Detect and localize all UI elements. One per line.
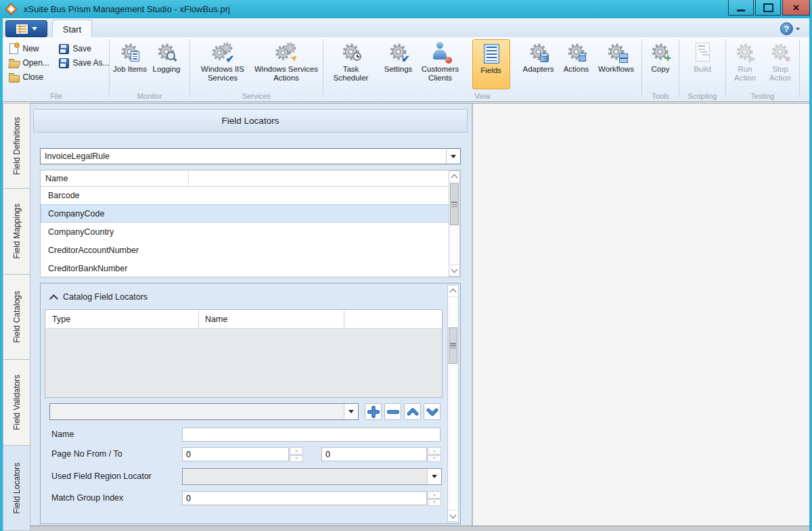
detail-panel-scrollbar[interactable] [447, 285, 459, 522]
match-group-input[interactable] [182, 491, 427, 505]
save-as-button[interactable]: Save As... [58, 55, 109, 70]
logging-button[interactable]: Logging [147, 39, 186, 87]
application-menu-button[interactable] [5, 20, 47, 37]
new-label: New [22, 44, 39, 53]
form-row-match-group: Match Group Index [41, 491, 460, 507]
open-button[interactable]: Open... [8, 55, 55, 70]
step-up-icon[interactable] [290, 447, 303, 455]
adapters-icon [526, 41, 551, 64]
step-down-icon[interactable] [428, 499, 441, 507]
collapse-chevron-up-icon[interactable] [49, 294, 58, 303]
scroll-up-button[interactable] [448, 285, 458, 297]
tab-start[interactable]: Start [52, 20, 92, 38]
sidebar-item-field-mappings[interactable]: Field Mappings [3, 188, 30, 274]
copy-button[interactable]: + Copy [645, 39, 676, 87]
remove-button[interactable] [384, 403, 401, 420]
list-item[interactable]: Barcode [41, 186, 449, 204]
empty-workspace-area [473, 103, 809, 526]
group-label-tools: Tools [643, 92, 678, 100]
list-item-selected[interactable]: CompanyCode [41, 204, 449, 223]
app-grid-icon [16, 24, 28, 34]
name-input[interactable] [182, 428, 441, 442]
list-item[interactable]: CompanyCountry [41, 223, 449, 241]
adapters-button[interactable]: Adapters [518, 39, 560, 87]
actions-button[interactable]: Actions [560, 39, 593, 87]
catalog-table-header[interactable]: Type Name [45, 310, 442, 329]
close-button[interactable]: ✕ [782, 0, 810, 16]
window-border-bottom [30, 526, 809, 531]
list-item[interactable]: CreditorBankNumber [41, 259, 449, 277]
sidebar-item-field-catalogs[interactable]: Field Catalogs [3, 274, 30, 360]
customers-clients-button[interactable]: Customers Clients [418, 39, 464, 87]
chevron-down-icon [32, 27, 37, 30]
ribbon-group-testing: ▶ Run Action ■ Stop Action Testing [727, 37, 798, 101]
minus-icon [387, 406, 399, 418]
workflows-button[interactable]: Workflows [593, 39, 639, 87]
move-down-button[interactable] [424, 403, 441, 420]
close-project-button[interactable]: Close [8, 70, 55, 84]
page-to-stepper[interactable] [428, 447, 441, 462]
step-down-icon[interactable] [290, 455, 303, 463]
fields-button[interactable]: Fields [472, 39, 510, 89]
locator-combobox[interactable]: InvoiceLegalRule [40, 148, 461, 164]
locator-combobox-dropdown-button[interactable] [446, 149, 460, 164]
grip-icon [450, 343, 456, 349]
page-from-input[interactable] [182, 447, 289, 461]
help-button[interactable]: ? [780, 22, 793, 35]
job-items-button[interactable]: Job Items [113, 39, 147, 87]
column-divider[interactable] [188, 170, 189, 186]
page-to-input[interactable] [321, 447, 427, 461]
sidebar-item-field-validators[interactable]: Field Validators [3, 359, 30, 445]
list-item[interactable]: CreditorAccountNumber [41, 241, 449, 259]
sidebar-item-field-definitions[interactable]: Field Definitions [3, 103, 30, 189]
add-button[interactable] [365, 403, 382, 420]
save-button[interactable]: Save [58, 41, 109, 55]
task-scheduler-button[interactable]: Task Scheduler [326, 39, 376, 87]
open-label: Open... [22, 58, 49, 68]
settings-button[interactable]: ✔ Settings [380, 39, 418, 87]
close-label: Close [22, 72, 43, 82]
scroll-thumb[interactable] [450, 183, 459, 225]
scroll-thumb[interactable] [449, 327, 457, 364]
catalog-section-header[interactable]: Catalog Field Locators [51, 292, 148, 302]
chevron-up-icon [407, 406, 419, 418]
scroll-down-button[interactable] [449, 264, 459, 276]
step-up-icon[interactable] [428, 491, 441, 499]
column-header-name: Name [198, 315, 344, 324]
scroll-down-button[interactable] [448, 510, 458, 522]
chevron-down-icon [426, 406, 438, 418]
scroll-up-button[interactable] [449, 171, 459, 183]
fields-icon [479, 43, 503, 66]
ribbon-tab-row: Start ? [3, 18, 809, 37]
match-group-stepper[interactable] [428, 491, 441, 506]
catalog-combobox-dropdown-button[interactable] [344, 404, 358, 419]
new-button[interactable]: New [8, 41, 55, 55]
help-area: ? [780, 22, 800, 35]
windows-iis-services-button[interactable]: ✔ Windows IIS Services [193, 39, 252, 87]
column-divider [198, 310, 199, 328]
catalog-combobox[interactable] [49, 403, 359, 420]
list-scrollbar[interactable] [449, 170, 460, 277]
tab-start-label: Start [63, 24, 81, 34]
app-logo-icon [5, 3, 17, 15]
region-locator-combobox[interactable] [182, 468, 442, 485]
move-up-button[interactable] [404, 403, 421, 420]
close-folder-icon [8, 72, 20, 83]
region-combobox-dropdown-button[interactable] [427, 469, 441, 484]
window-controls: ✕ [727, 0, 810, 16]
list-header[interactable]: Name [41, 170, 460, 187]
step-down-icon[interactable] [428, 455, 441, 463]
close-icon: ✕ [792, 3, 800, 12]
ribbon-group-scripting: Build Scripting [680, 37, 725, 101]
copy-icon: + [648, 41, 673, 64]
minimize-button[interactable] [728, 0, 754, 16]
sidebar-item-field-locators[interactable]: Field Locators [3, 445, 30, 531]
windows-services-actions-button[interactable]: ➤ Windows Services Actions [252, 39, 320, 87]
chevron-down-icon [348, 410, 354, 413]
maximize-button[interactable] [755, 0, 781, 16]
panel-title-bar: Field Locators [33, 109, 468, 133]
step-up-icon[interactable] [428, 447, 441, 455]
group-separator [323, 39, 323, 97]
help-chevron-down-icon[interactable] [796, 28, 800, 30]
page-from-stepper[interactable] [290, 447, 303, 462]
